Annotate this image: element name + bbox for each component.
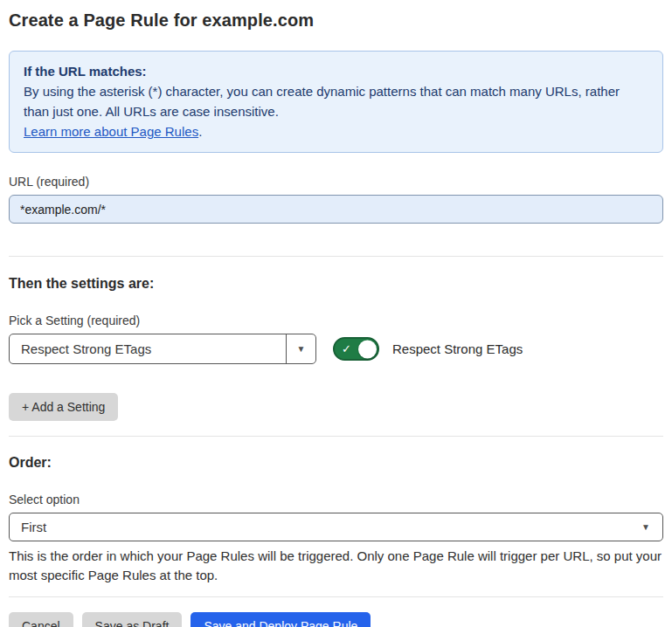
- url-input[interactable]: [9, 195, 663, 224]
- divider: [9, 256, 663, 257]
- setting-select-value: Respect Strong ETags: [10, 334, 286, 363]
- order-section-heading: Order:: [9, 455, 663, 471]
- order-select-caret: ▼: [641, 513, 662, 541]
- divider: [9, 596, 663, 597]
- order-select[interactable]: First ▼: [9, 513, 663, 541]
- actions-row: Cancel Save as Draft Save and Deploy Pag…: [9, 612, 663, 627]
- page-container: Create a Page Rule for example.com If th…: [0, 0, 672, 627]
- checkmark-icon: ✓: [342, 342, 351, 355]
- page-title: Create a Page Rule for example.com: [9, 10, 663, 31]
- pick-setting-label: Pick a Setting (required): [9, 314, 663, 327]
- setting-select-caret-button[interactable]: ▼: [286, 334, 315, 363]
- save-deploy-button[interactable]: Save and Deploy Page Rule: [191, 612, 371, 627]
- add-setting-button[interactable]: + Add a Setting: [9, 393, 118, 421]
- order-select-label: Select option: [9, 493, 663, 506]
- info-box-body: By using the asterisk (*) character, you…: [24, 81, 648, 121]
- info-box-link-line: Learn more about Page Rules.: [24, 121, 648, 141]
- url-match-info-box: If the URL matches: By using the asteris…: [9, 51, 663, 153]
- order-select-value: First: [10, 513, 641, 541]
- setting-toggle[interactable]: ✓: [333, 337, 379, 361]
- setting-row: Respect Strong ETags ▼ ✓ Respect Strong …: [9, 334, 663, 364]
- settings-section-heading: Then the settings are:: [9, 276, 663, 292]
- chevron-down-icon: ▼: [641, 523, 650, 532]
- chevron-down-icon: ▼: [297, 345, 306, 354]
- link-suffix: .: [198, 124, 202, 139]
- setting-select[interactable]: Respect Strong ETags ▼: [9, 334, 316, 364]
- url-field-label: URL (required): [9, 175, 663, 189]
- info-box-heading: If the URL matches:: [24, 61, 648, 81]
- cancel-button[interactable]: Cancel: [9, 612, 73, 627]
- toggle-label: Respect Strong ETags: [392, 341, 523, 356]
- save-draft-button[interactable]: Save as Draft: [82, 612, 183, 627]
- divider: [9, 436, 663, 437]
- learn-more-link[interactable]: Learn more about Page Rules: [24, 124, 198, 139]
- toggle-knob: [358, 340, 377, 358]
- order-help-text: This is the order in which your Page Rul…: [9, 547, 663, 585]
